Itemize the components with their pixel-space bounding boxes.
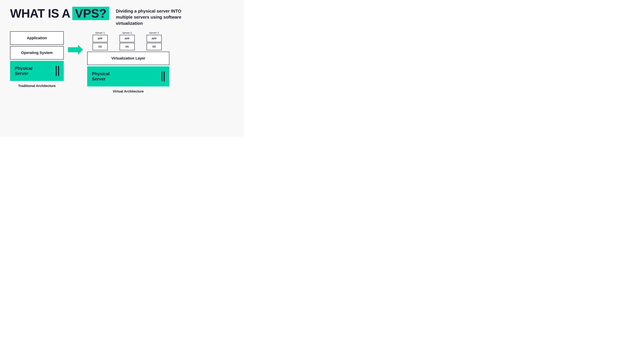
- server-line-2: [58, 66, 59, 76]
- server-2-unit: Server 2 APP OS: [114, 31, 140, 50]
- main-content: Application Operating System PhysicalSer…: [10, 31, 234, 130]
- title-prefix: WHAT IS A: [10, 7, 70, 19]
- server-1-unit: Server 1 APP OS: [87, 31, 113, 50]
- server-3-app: APP: [146, 35, 162, 42]
- virtual-label: Virtual Architecture: [113, 89, 144, 93]
- physical-layer: PhysicalServer: [10, 61, 64, 81]
- server-3-unit: Server 3 APP OS: [141, 31, 167, 50]
- virtual-stack: Virtualization Layer PhysicalServer: [87, 52, 170, 86]
- server-3-os: OS: [146, 43, 162, 50]
- virtual-physical-layer: PhysicalServer: [87, 66, 170, 86]
- page: WHAT IS A VPS? Dividing a physical serve…: [0, 0, 244, 137]
- svg-marker-0: [68, 45, 83, 55]
- server-3-label: Server 3: [149, 31, 159, 34]
- arrow-icon: [68, 45, 83, 55]
- virtual-architecture: Server 1 APP OS Server 2 APP OS Server 3…: [87, 31, 170, 93]
- traditional-architecture: Application Operating System PhysicalSer…: [10, 31, 64, 88]
- virtual-server-line-1: [161, 71, 162, 81]
- traditional-stack: Application Operating System PhysicalSer…: [10, 31, 64, 81]
- server-1-label: Server 1: [95, 31, 105, 34]
- server-2-app: APP: [120, 35, 135, 42]
- header: WHAT IS A VPS? Dividing a physical serve…: [10, 7, 234, 26]
- server-1-app: APP: [92, 35, 108, 42]
- server-line-1: [56, 66, 57, 76]
- subtitle: Dividing a physical server INTO multiple…: [116, 7, 196, 26]
- server-1-os: OS: [92, 43, 108, 50]
- virt-layer-label: Virtualization Layer: [111, 56, 146, 60]
- traditional-label: Traditional Architecture: [18, 84, 56, 88]
- virtual-physical-label: PhysicalServer: [92, 71, 110, 82]
- server-2-os: OS: [120, 43, 135, 50]
- application-layer: Application: [10, 31, 64, 45]
- virtual-server-line-2: [164, 71, 165, 81]
- server-2-label: Server 2: [122, 31, 132, 34]
- title-block: WHAT IS A VPS?: [10, 7, 109, 20]
- os-layer: Operating System: [10, 46, 64, 59]
- virtual-server-lines: [161, 71, 165, 81]
- os-label: Operating System: [21, 51, 53, 55]
- virtualization-layer: Virtualization Layer: [87, 52, 170, 65]
- servers-row: Server 1 APP OS Server 2 APP OS Server 3…: [87, 31, 170, 50]
- arrow-block: [64, 31, 87, 55]
- title-vps: VPS?: [72, 7, 109, 20]
- application-label: Application: [27, 36, 47, 40]
- server-lines-decoration: [56, 66, 59, 76]
- physical-label: PhysicalServer: [15, 66, 32, 76]
